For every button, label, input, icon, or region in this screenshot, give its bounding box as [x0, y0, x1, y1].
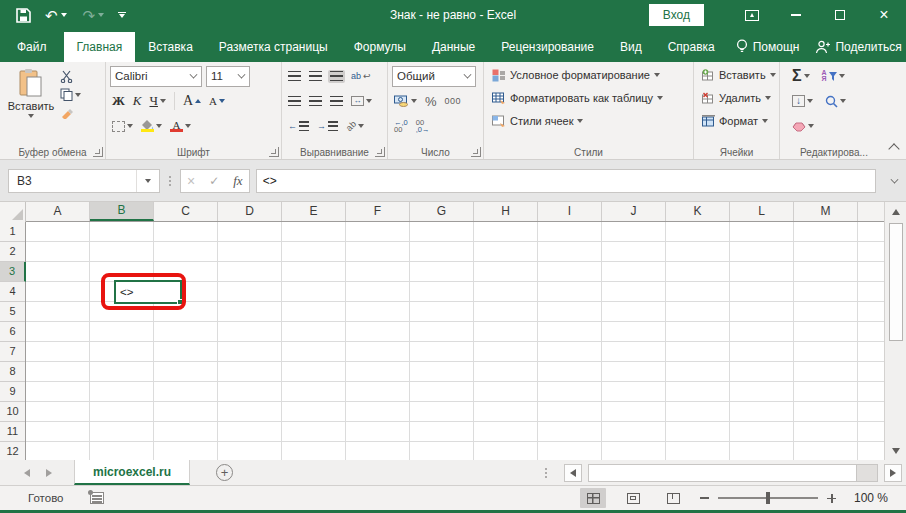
horizontal-scroll-thumb[interactable] [589, 465, 857, 481]
font-color-button[interactable]: А [168, 119, 193, 133]
borders-button[interactable] [110, 120, 135, 133]
row-header-3[interactable]: 3 [0, 262, 26, 282]
cell-M9[interactable] [794, 382, 858, 402]
cell-K3[interactable] [666, 262, 730, 282]
cell-I6[interactable] [538, 322, 602, 342]
cell-partial-10[interactable] [858, 402, 884, 422]
cell-L3[interactable] [730, 262, 794, 282]
cell-partial-1[interactable] [858, 222, 884, 242]
cut-button[interactable] [58, 69, 83, 84]
cell-M6[interactable] [794, 322, 858, 342]
increase-decimal-button[interactable]: ←,000 [392, 118, 410, 134]
column-header-I[interactable]: I [538, 202, 602, 221]
insert-cells-button[interactable]: Вставить [702, 65, 776, 85]
comma-style-button[interactable]: 000 [443, 95, 464, 107]
cell-J6[interactable] [602, 322, 666, 342]
cell-E4[interactable] [282, 282, 346, 302]
align-top-button[interactable] [286, 70, 303, 83]
cell-G10[interactable] [410, 402, 474, 422]
cell-D2[interactable] [218, 242, 282, 262]
cell-L8[interactable] [730, 362, 794, 382]
cell-L6[interactable] [730, 322, 794, 342]
select-all-button[interactable] [0, 202, 26, 222]
cell-K5[interactable] [666, 302, 730, 322]
cell-D11[interactable] [218, 422, 282, 442]
zoom-in-button[interactable] [827, 494, 836, 503]
column-header-H[interactable]: H [474, 202, 538, 221]
column-header-M[interactable]: M [794, 202, 858, 221]
cell-C5[interactable] [154, 302, 218, 322]
page-layout-view-button[interactable] [620, 488, 646, 508]
percent-button[interactable]: % [423, 93, 439, 110]
format-as-table-button[interactable]: Форматировать как таблицу [492, 88, 663, 108]
cell-styles-button[interactable]: Стили ячеек [492, 111, 663, 131]
cell-G11[interactable] [410, 422, 474, 442]
cell-M3[interactable] [794, 262, 858, 282]
cell-F10[interactable] [346, 402, 410, 422]
cell-K7[interactable] [666, 342, 730, 362]
autosum-button[interactable]: Σ [790, 67, 812, 85]
cell-J4[interactable] [602, 282, 666, 302]
tab-file[interactable]: Файл [0, 32, 64, 62]
cell-L1[interactable] [730, 222, 794, 242]
cell-H11[interactable] [474, 422, 538, 442]
cell-G6[interactable] [410, 322, 474, 342]
cell-J5[interactable] [602, 302, 666, 322]
cell-E2[interactable] [282, 242, 346, 262]
cell-I3[interactable] [538, 262, 602, 282]
cell-K1[interactable] [666, 222, 730, 242]
cell-B10[interactable] [90, 402, 154, 422]
cell-B2[interactable] [90, 242, 154, 262]
column-header-F[interactable]: F [346, 202, 410, 221]
cell-J10[interactable] [602, 402, 666, 422]
delete-cells-button[interactable]: Удалить [702, 88, 776, 108]
row-header-2[interactable]: 2 [0, 242, 25, 262]
italic-button[interactable]: К [131, 92, 144, 110]
column-header-A[interactable]: A [26, 202, 90, 221]
cell-I12[interactable] [538, 442, 602, 460]
cell-I4[interactable] [538, 282, 602, 302]
cell-F1[interactable] [346, 222, 410, 242]
cell-K2[interactable] [666, 242, 730, 262]
cell-B12[interactable] [90, 442, 154, 460]
cell-A9[interactable] [26, 382, 90, 402]
cell-H5[interactable] [474, 302, 538, 322]
wrap-text-button[interactable]: ab↩ [349, 70, 373, 82]
cell-M11[interactable] [794, 422, 858, 442]
cell-J8[interactable] [602, 362, 666, 382]
tab-review[interactable]: Рецензирование [488, 32, 607, 62]
scroll-right-button[interactable] [884, 464, 902, 482]
cell-C7[interactable] [154, 342, 218, 362]
row-header-1[interactable]: 1 [0, 222, 25, 242]
cell-partial-11[interactable] [858, 422, 884, 442]
cell-F4[interactable] [346, 282, 410, 302]
fill-handle[interactable] [177, 299, 183, 305]
maximize-button[interactable] [818, 0, 862, 30]
font-dialog-launcher[interactable] [269, 147, 279, 157]
undo-button[interactable]: ↶ [43, 7, 69, 24]
close-button[interactable]: × [862, 0, 906, 30]
row-header-11[interactable]: 11 [0, 422, 25, 442]
cell-J11[interactable] [602, 422, 666, 442]
cell-B1[interactable] [90, 222, 154, 242]
cell-H1[interactable] [474, 222, 538, 242]
accounting-format-button[interactable] [392, 94, 419, 108]
cell-D3[interactable] [218, 262, 282, 282]
cell-K4[interactable] [666, 282, 730, 302]
font-name-select[interactable]: Calibri [110, 66, 202, 87]
column-header-E[interactable]: E [282, 202, 346, 221]
font-size-select[interactable]: 11 [206, 66, 250, 87]
cell-F7[interactable] [346, 342, 410, 362]
bold-button[interactable]: Ж [110, 92, 127, 110]
tab-page-layout[interactable]: Разметка страницы [206, 32, 341, 62]
cell-F3[interactable] [346, 262, 410, 282]
enter-button[interactable]: ✓ [209, 175, 219, 187]
cell-L4[interactable] [730, 282, 794, 302]
cell-D8[interactable] [218, 362, 282, 382]
cell-M4[interactable] [794, 282, 858, 302]
name-box[interactable]: B3 [8, 169, 160, 193]
tab-data[interactable]: Данные [419, 32, 488, 62]
collapse-ribbon-button[interactable] [888, 143, 899, 154]
scroll-left-button[interactable] [564, 464, 582, 482]
cell-I7[interactable] [538, 342, 602, 362]
